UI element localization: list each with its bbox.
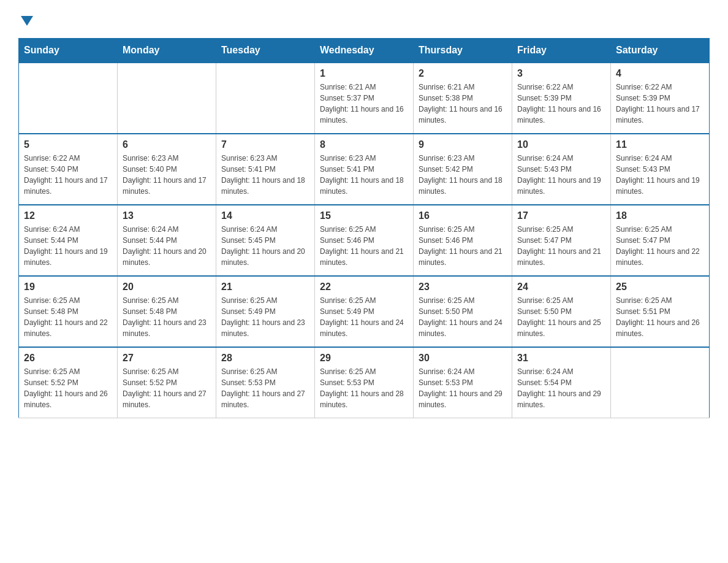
calendar-day-cell: 10Sunrise: 6:24 AM Sunset: 5:43 PM Dayli… (512, 134, 611, 205)
calendar-day-cell (118, 63, 216, 134)
calendar-day-cell: 22Sunrise: 6:25 AM Sunset: 5:49 PM Dayli… (315, 276, 414, 347)
calendar-day-cell: 9Sunrise: 6:23 AM Sunset: 5:42 PM Daylig… (414, 134, 512, 205)
calendar-day-cell (611, 347, 710, 418)
calendar-day-cell: 21Sunrise: 6:25 AM Sunset: 5:49 PM Dayli… (216, 276, 315, 347)
calendar-day-cell: 16Sunrise: 6:25 AM Sunset: 5:46 PM Dayli… (414, 205, 512, 276)
calendar-day-cell: 15Sunrise: 6:25 AM Sunset: 5:46 PM Dayli… (315, 205, 414, 276)
day-info: Sunrise: 6:23 AM Sunset: 5:42 PM Dayligh… (419, 153, 507, 197)
day-info: Sunrise: 6:22 AM Sunset: 5:40 PM Dayligh… (24, 153, 112, 197)
day-info: Sunrise: 6:24 AM Sunset: 5:53 PM Dayligh… (419, 366, 507, 410)
day-number: 9 (419, 139, 507, 150)
day-info: Sunrise: 6:25 AM Sunset: 5:50 PM Dayligh… (517, 295, 605, 339)
calendar-day-cell: 31Sunrise: 6:24 AM Sunset: 5:54 PM Dayli… (512, 347, 611, 418)
day-info: Sunrise: 6:21 AM Sunset: 5:37 PM Dayligh… (320, 82, 408, 126)
calendar-day-cell: 14Sunrise: 6:24 AM Sunset: 5:45 PM Dayli… (216, 205, 315, 276)
day-info: Sunrise: 6:24 AM Sunset: 5:43 PM Dayligh… (616, 153, 704, 197)
page-header (18, 12, 710, 26)
calendar-day-cell (19, 63, 118, 134)
weekday-header-wednesday: Wednesday (315, 39, 414, 63)
day-number: 30 (419, 353, 507, 364)
day-info: Sunrise: 6:24 AM Sunset: 5:54 PM Dayligh… (517, 366, 605, 410)
calendar-day-cell: 30Sunrise: 6:24 AM Sunset: 5:53 PM Dayli… (414, 347, 512, 418)
calendar-day-cell: 4Sunrise: 6:22 AM Sunset: 5:39 PM Daylig… (611, 63, 710, 134)
calendar-week-row: 26Sunrise: 6:25 AM Sunset: 5:52 PM Dayli… (19, 347, 710, 418)
day-number: 4 (616, 68, 704, 79)
day-number: 23 (419, 282, 507, 293)
day-info: Sunrise: 6:24 AM Sunset: 5:45 PM Dayligh… (221, 224, 309, 268)
day-number: 18 (616, 210, 704, 221)
weekday-header-sunday: Sunday (19, 39, 118, 63)
weekday-header-tuesday: Tuesday (216, 39, 315, 63)
day-number: 31 (517, 353, 605, 364)
weekday-header-row: SundayMondayTuesdayWednesdayThursdayFrid… (19, 39, 710, 63)
calendar-day-cell: 23Sunrise: 6:25 AM Sunset: 5:50 PM Dayli… (414, 276, 512, 347)
calendar-day-cell: 26Sunrise: 6:25 AM Sunset: 5:52 PM Dayli… (19, 347, 118, 418)
day-number: 28 (221, 353, 309, 364)
day-info: Sunrise: 6:24 AM Sunset: 5:44 PM Dayligh… (24, 224, 112, 268)
day-number: 13 (123, 210, 211, 221)
day-number: 1 (320, 68, 408, 79)
day-info: Sunrise: 6:25 AM Sunset: 5:46 PM Dayligh… (419, 224, 507, 268)
logo-arrow-icon (21, 16, 33, 26)
day-number: 3 (517, 68, 605, 79)
day-info: Sunrise: 6:25 AM Sunset: 5:48 PM Dayligh… (24, 295, 112, 339)
day-number: 7 (221, 139, 309, 150)
calendar-day-cell: 2Sunrise: 6:21 AM Sunset: 5:38 PM Daylig… (414, 63, 512, 134)
day-number: 5 (24, 139, 112, 150)
day-info: Sunrise: 6:25 AM Sunset: 5:48 PM Dayligh… (123, 295, 211, 339)
day-info: Sunrise: 6:25 AM Sunset: 5:47 PM Dayligh… (616, 224, 704, 268)
day-number: 21 (221, 282, 309, 293)
calendar-day-cell: 28Sunrise: 6:25 AM Sunset: 5:53 PM Dayli… (216, 347, 315, 418)
day-number: 22 (320, 282, 408, 293)
day-number: 24 (517, 282, 605, 293)
day-info: Sunrise: 6:21 AM Sunset: 5:38 PM Dayligh… (419, 82, 507, 126)
day-number: 6 (123, 139, 211, 150)
day-info: Sunrise: 6:25 AM Sunset: 5:49 PM Dayligh… (320, 295, 408, 339)
day-number: 19 (24, 282, 112, 293)
calendar-day-cell: 8Sunrise: 6:23 AM Sunset: 5:41 PM Daylig… (315, 134, 414, 205)
day-info: Sunrise: 6:25 AM Sunset: 5:51 PM Dayligh… (616, 295, 704, 339)
day-info: Sunrise: 6:25 AM Sunset: 5:49 PM Dayligh… (221, 295, 309, 339)
day-info: Sunrise: 6:22 AM Sunset: 5:39 PM Dayligh… (517, 82, 605, 126)
calendar-day-cell: 25Sunrise: 6:25 AM Sunset: 5:51 PM Dayli… (611, 276, 710, 347)
calendar-day-cell: 12Sunrise: 6:24 AM Sunset: 5:44 PM Dayli… (19, 205, 118, 276)
day-number: 10 (517, 139, 605, 150)
logo (18, 12, 33, 26)
day-info: Sunrise: 6:22 AM Sunset: 5:39 PM Dayligh… (616, 82, 704, 126)
day-number: 20 (123, 282, 211, 293)
day-info: Sunrise: 6:24 AM Sunset: 5:44 PM Dayligh… (123, 224, 211, 268)
calendar-day-cell: 24Sunrise: 6:25 AM Sunset: 5:50 PM Dayli… (512, 276, 611, 347)
day-number: 12 (24, 210, 112, 221)
day-number: 29 (320, 353, 408, 364)
day-info: Sunrise: 6:25 AM Sunset: 5:52 PM Dayligh… (24, 366, 112, 410)
weekday-header-saturday: Saturday (611, 39, 710, 63)
weekday-header-monday: Monday (118, 39, 216, 63)
calendar-day-cell: 27Sunrise: 6:25 AM Sunset: 5:52 PM Dayli… (118, 347, 216, 418)
day-number: 27 (123, 353, 211, 364)
calendar-day-cell: 3Sunrise: 6:22 AM Sunset: 5:39 PM Daylig… (512, 63, 611, 134)
calendar-day-cell: 19Sunrise: 6:25 AM Sunset: 5:48 PM Dayli… (19, 276, 118, 347)
day-info: Sunrise: 6:25 AM Sunset: 5:50 PM Dayligh… (419, 295, 507, 339)
calendar-day-cell: 11Sunrise: 6:24 AM Sunset: 5:43 PM Dayli… (611, 134, 710, 205)
calendar-table: SundayMondayTuesdayWednesdayThursdayFrid… (18, 38, 710, 418)
calendar-week-row: 5Sunrise: 6:22 AM Sunset: 5:40 PM Daylig… (19, 134, 710, 205)
calendar-day-cell: 6Sunrise: 6:23 AM Sunset: 5:40 PM Daylig… (118, 134, 216, 205)
day-number: 26 (24, 353, 112, 364)
calendar-week-row: 1Sunrise: 6:21 AM Sunset: 5:37 PM Daylig… (19, 63, 710, 134)
calendar-day-cell: 5Sunrise: 6:22 AM Sunset: 5:40 PM Daylig… (19, 134, 118, 205)
day-info: Sunrise: 6:23 AM Sunset: 5:41 PM Dayligh… (221, 153, 309, 197)
day-number: 14 (221, 210, 309, 221)
calendar-week-row: 19Sunrise: 6:25 AM Sunset: 5:48 PM Dayli… (19, 276, 710, 347)
weekday-header-thursday: Thursday (414, 39, 512, 63)
day-number: 8 (320, 139, 408, 150)
calendar-day-cell: 1Sunrise: 6:21 AM Sunset: 5:37 PM Daylig… (315, 63, 414, 134)
day-info: Sunrise: 6:25 AM Sunset: 5:46 PM Dayligh… (320, 224, 408, 268)
calendar-header: SundayMondayTuesdayWednesdayThursdayFrid… (19, 39, 710, 63)
weekday-header-friday: Friday (512, 39, 611, 63)
day-number: 16 (419, 210, 507, 221)
calendar-day-cell: 29Sunrise: 6:25 AM Sunset: 5:53 PM Dayli… (315, 347, 414, 418)
day-info: Sunrise: 6:24 AM Sunset: 5:43 PM Dayligh… (517, 153, 605, 197)
day-info: Sunrise: 6:25 AM Sunset: 5:53 PM Dayligh… (320, 366, 408, 410)
day-info: Sunrise: 6:25 AM Sunset: 5:47 PM Dayligh… (517, 224, 605, 268)
calendar-day-cell: 18Sunrise: 6:25 AM Sunset: 5:47 PM Dayli… (611, 205, 710, 276)
